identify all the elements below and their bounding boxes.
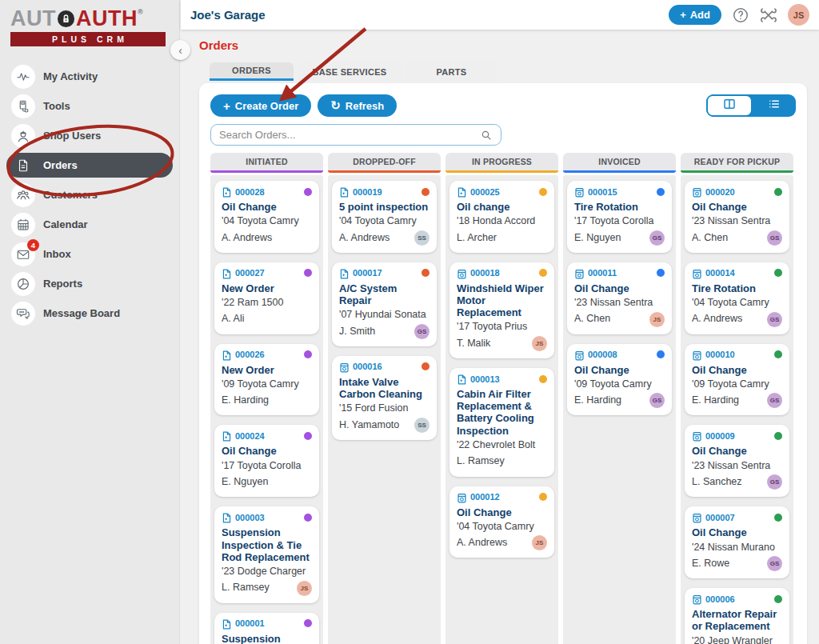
order-card-000026[interactable]: 000026New Order'09 Toyota CamryE. Hardin… (214, 344, 319, 416)
order-scheduled-icon (574, 350, 585, 360)
kanban-view-button[interactable] (706, 94, 753, 117)
order-card-000024[interactable]: 000024Oil Change'17 Toyota CorollaE. Ngu… (214, 425, 319, 497)
order-number[interactable]: 000026 (235, 350, 265, 359)
refresh-icon: ↻ (330, 98, 341, 113)
status-dot (304, 188, 312, 196)
order-number[interactable]: 000020 (705, 187, 735, 197)
order-number[interactable]: 000006 (705, 594, 735, 604)
order-card-000012[interactable]: 000012Oil Change'04 Toyota CamryA. Andre… (449, 486, 554, 558)
order-number[interactable]: 000027 (235, 268, 265, 278)
tab-bar: ORDERSBASE SERVICESPARTS (210, 62, 497, 81)
status-dot (774, 514, 782, 522)
order-scheduled-icon (692, 512, 702, 522)
column-in-progress: IN PROGRESS000025Oil change'18 Honda Acc… (445, 153, 558, 644)
order-card-000015[interactable]: 000015Tire Rotation'17 Toyota CorollaE. … (567, 181, 672, 253)
order-number[interactable]: 000016 (353, 362, 382, 371)
sidebar-item-label: Customers (43, 189, 98, 201)
order-vehicle: '04 Toyota Camry (222, 215, 312, 228)
order-title: Windshield Wiper Motor Replacement (457, 282, 547, 319)
crossed-wrenches-icon[interactable] (760, 6, 777, 24)
order-number[interactable]: 000010 (705, 350, 735, 359)
order-card-000017[interactable]: 000017A/C System Repair'07 Hyundai Sonat… (332, 262, 437, 346)
add-button[interactable]: +Add (669, 5, 721, 25)
order-scheduled-icon (692, 350, 702, 360)
order-card-000019[interactable]: 0000195 point inspection'04 Toyota Camry… (332, 181, 437, 253)
tab-parts[interactable]: PARTS (406, 62, 497, 81)
order-card-000001[interactable]: 000001Suspension Inspection & Tie Rod Re… (214, 613, 319, 644)
order-number[interactable]: 000015 (588, 187, 617, 197)
order-card-000007[interactable]: 000007Oil Change'24 Nissan MuranoE. Rowe… (685, 506, 789, 578)
sidebar-item-tools[interactable]: Tools (6, 94, 173, 118)
question-circle-icon[interactable] (732, 6, 749, 24)
tab-base-services[interactable]: BASE SERVICES (298, 62, 402, 81)
order-new-icon (222, 350, 232, 360)
order-number[interactable]: 000009 (705, 431, 735, 441)
sidebar-item-shop-users[interactable]: Shop Users (6, 123, 173, 148)
sidebar-collapse-button[interactable]: ‹ (170, 40, 190, 60)
order-number[interactable]: 000019 (353, 187, 382, 197)
search-icon[interactable] (480, 129, 493, 142)
kanban-board: INITIATED000028Oil Change'04 Toyota Camr… (210, 153, 796, 644)
sidebar-item-inbox[interactable]: 4Inbox (6, 242, 173, 266)
order-number[interactable]: 000011 (588, 268, 617, 278)
order-card-000008[interactable]: 000008Oil Change'09 Toyota CamryE. Hardi… (567, 344, 672, 416)
order-card-000028[interactable]: 000028Oil Change'04 Toyota CamryA. Andre… (214, 181, 319, 253)
order-customer: E. Rowe (692, 558, 729, 570)
order-number[interactable]: 000001 (235, 618, 265, 628)
order-number[interactable]: 000003 (235, 513, 265, 522)
order-card-000003[interactable]: 000003Suspension Inspection & Tie Rod Re… (214, 506, 319, 602)
sidebar-item-message-board[interactable]: Message Board (6, 301, 173, 326)
tab-orders[interactable]: ORDERS (210, 62, 294, 81)
column-header: IN PROGRESS (445, 153, 558, 173)
order-number[interactable]: 000025 (470, 187, 500, 197)
customers-icon (11, 183, 35, 207)
sidebar-item-calendar[interactable]: Calendar (6, 212, 173, 237)
column-header: DROPPED-OFF (328, 153, 441, 173)
order-card-000025[interactable]: 000025Oil change'18 Honda AccordL. Arche… (449, 181, 554, 253)
order-card-000011[interactable]: 000011Oil Change'23 Nissan SentraA. Chen… (567, 262, 672, 334)
order-vehicle: '04 Toyota Camry (692, 297, 782, 310)
order-title: Alternator Repair or Replacement (692, 608, 782, 632)
order-vehicle: '17 Toyota Corolla (222, 460, 312, 473)
order-card-000018[interactable]: 000018Windshield Wiper Motor Replacement… (449, 262, 554, 358)
order-number[interactable]: 000028 (235, 187, 265, 197)
assignee-badge: SS (414, 418, 429, 433)
shop-users-icon (11, 124, 35, 148)
order-card-000027[interactable]: 000027New Order'22 Ram 1500A. Ali (214, 262, 319, 334)
order-title: Tire Rotation (574, 201, 665, 213)
create-order-button[interactable]: +Create Order (210, 94, 311, 117)
order-number[interactable]: 000012 (470, 492, 500, 502)
order-card-000020[interactable]: 000020Oil Change'23 Nissan SentraA. Chen… (685, 181, 789, 253)
search-input[interactable] (219, 129, 480, 141)
order-number[interactable]: 000024 (235, 431, 265, 441)
order-card-000014[interactable]: 000014Tire Rotation'04 Toyota CamryA. An… (685, 262, 789, 334)
column-header: READY FOR PICKUP (681, 153, 793, 173)
order-card-000009[interactable]: 000009Oil Change'23 Nissan SentraL. Sanc… (685, 425, 789, 497)
order-card-000006[interactable]: 000006Alternator Repair or Replacement'2… (685, 588, 789, 644)
status-dot (657, 188, 665, 196)
refresh-button[interactable]: ↻Refresh (318, 94, 397, 117)
sidebar-item-label: Calendar (43, 218, 88, 230)
order-scheduled-icon (692, 186, 702, 197)
order-number[interactable]: 000008 (588, 350, 617, 359)
sidebar-item-reports[interactable]: Reports (6, 271, 173, 296)
sidebar-item-orders[interactable]: Orders (6, 153, 173, 178)
user-avatar[interactable]: JS (788, 4, 809, 26)
order-number[interactable]: 000017 (353, 268, 382, 278)
order-customer: J. Smith (339, 326, 375, 338)
order-number[interactable]: 000007 (705, 513, 735, 522)
order-number[interactable]: 000013 (470, 374, 500, 384)
order-number[interactable]: 000018 (470, 268, 500, 278)
order-title: Oil Change (222, 445, 312, 457)
order-card-000010[interactable]: 000010Oil Change'09 Toyota CamryE. Hardi… (685, 344, 789, 416)
order-number[interactable]: 000014 (705, 268, 735, 278)
sidebar-item-my-activity[interactable]: My Activity (6, 64, 173, 89)
order-card-000016[interactable]: 000016Intake Valve Carbon Cleaning'15 Fo… (332, 356, 437, 440)
order-title: A/C System Repair (339, 282, 429, 306)
order-card-000013[interactable]: 000013Cabin Air Filter Replacement & Bat… (449, 368, 554, 476)
status-dot (304, 432, 312, 440)
list-view-button[interactable] (753, 94, 796, 117)
sidebar-item-customers[interactable]: Customers (6, 182, 173, 207)
order-customer: L. Archer (457, 232, 497, 245)
order-scheduled-icon (457, 492, 467, 502)
